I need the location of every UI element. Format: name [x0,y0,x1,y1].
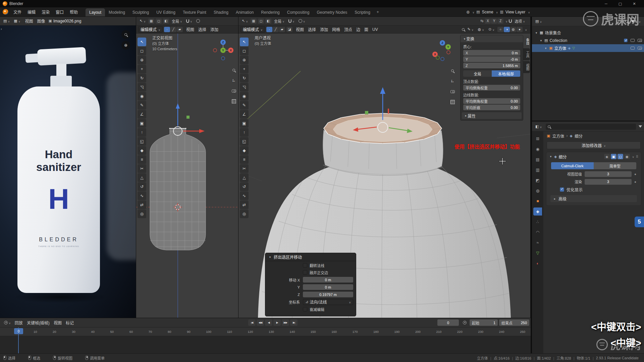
search-icon[interactable] [462,28,465,31]
jump-to-end-button[interactable]: ▶| [290,319,298,326]
knife-tool-icon[interactable]: ✂ [138,164,146,173]
simple-button[interactable]: 简单型 [594,162,636,169]
cursor-tool-icon[interactable]: ⊕ [240,56,249,64]
workspace-tab[interactable]: UV Editing [153,8,179,16]
transform-tool-icon[interactable]: ◉ [240,92,249,101]
scene-browse-icon[interactable]: ◍ [467,10,470,14]
material-tab-icon[interactable]: ◐ [533,259,542,267]
edge-select-mode[interactable]: ╱ [170,27,176,32]
annotate-dropdown[interactable]: ✎ [466,26,475,33]
mode-dropdown[interactable]: 编辑模式 [138,26,163,33]
navigation-gizmo[interactable]: Z Y X [430,40,452,62]
global-button[interactable]: 全局 [463,70,492,77]
camera-toggle-icon[interactable] [638,39,642,42]
options-dropdown[interactable]: 选项 [513,18,526,24]
animate-dot-icon[interactable]: ● [634,180,636,184]
rendered-shading-icon[interactable]: ● [517,27,523,32]
editor-type-icon[interactable]: ▤ [534,18,543,24]
active-tool-icon[interactable]: ↖ [138,18,147,24]
frame-start-field[interactable]: 起始1 [470,319,498,326]
edge-bevel-weight-field[interactable]: 平均倒角权重0.00 [463,98,520,104]
extrude-region-tool-icon[interactable]: ↑ [240,128,249,137]
scene-selector[interactable]: Scene [482,10,493,14]
vertex-bevel-weight-field[interactable]: 平均倒角权重0.00 [463,85,520,90]
workspace-tab[interactable]: Geometry Nodes [313,8,351,16]
spin-tool-icon[interactable]: ↺ [138,182,146,191]
scene-tab-icon[interactable]: ◩ [533,176,542,184]
inset-faces-tool-icon[interactable]: ◱ [138,137,146,146]
world-tab-icon[interactable]: ◍ [533,187,542,195]
workspace-tab[interactable]: Scripting [351,8,374,16]
scale-tool-icon[interactable]: ◹ [138,83,146,92]
on-cage-toggle-icon[interactable]: ◈ [604,154,610,159]
proportional-edit-checkbox[interactable] [303,307,307,311]
n-panel-tab[interactable]: 视图 [523,61,530,73]
bevel-tool-icon[interactable]: ◆ [138,146,146,155]
image-name[interactable]: Image0026.png [53,19,81,23]
cursor-tool-icon[interactable]: ⊕ [138,56,146,64]
xray-toggle[interactable]: ◪ [286,27,292,32]
animate-dot-icon[interactable]: ● [634,172,636,176]
vertex-select-mode[interactable]: ∙ [266,27,272,32]
tool-option-icon[interactable]: ◻ [156,18,162,24]
tweak-tool-icon[interactable]: ↖ [240,38,249,46]
flip-normals-checkbox[interactable] [303,263,307,267]
workspace-tab[interactable]: Rendering [257,8,283,16]
viewport-menu[interactable]: 选择 [196,26,208,32]
poly-build-tool-icon[interactable]: △ [240,173,249,182]
particles-tab-icon[interactable]: ∴ [533,218,542,226]
output-tab-icon[interactable]: ▤ [533,156,542,164]
camera-view-button[interactable] [230,87,237,95]
edge-crease-field[interactable]: 平均折痕0.00 [463,105,520,110]
zoom-overlay-button[interactable] [121,30,130,39]
mode-dropdown[interactable]: 编辑模式 [240,26,265,33]
optimal-display-checkbox[interactable] [560,187,564,192]
workspace-tab[interactable]: Sculpting [129,8,153,16]
edge-slide-tool-icon[interactable]: ⇄ [240,200,249,209]
bevel-tool-icon[interactable]: ◆ [240,146,249,155]
timeline-menu[interactable]: 回放 [13,320,25,325]
dissolve-ortho-checkbox[interactable] [303,270,307,275]
median-y-field[interactable]: Y-0 m [463,56,520,62]
expand-arrow-icon[interactable]: ▾ [539,39,543,42]
breadcrumb-modifier[interactable]: 细分 [575,133,583,139]
physics-tab-icon[interactable]: ◠ [533,228,542,236]
active-tool-icon[interactable]: ↖ [240,18,249,24]
ortho-toggle-button[interactable] [230,98,237,105]
inset-faces-tool-icon[interactable]: ◱ [240,137,249,146]
negative-z-axis-ball[interactable] [440,57,444,61]
mirror-axis-toggle[interactable]: Y [491,18,497,24]
pan-view-button[interactable]: ↔↔ [449,77,456,85]
outliner-row-collection[interactable]: ▾ ▤ Collection [532,37,644,44]
pan-overlay-button[interactable]: ⊕ [121,41,130,50]
x-axis-ball[interactable]: X [228,48,233,53]
knife-tool-icon[interactable]: ✂ [240,164,249,173]
add-cube-tool-icon[interactable]: ▣ [240,119,249,128]
viewport-menu[interactable]: 视图 [294,26,306,32]
move-tool-icon[interactable]: + [138,65,146,73]
transform-orientation-dropdown[interactable]: 全局 [170,18,183,24]
filter-icon[interactable] [639,125,642,128]
negative-x-axis-ball[interactable] [446,50,450,54]
smooth-tool-icon[interactable]: ∿ [240,191,249,200]
timeline-menu[interactable]: 标记 [64,320,76,325]
front-viewport-canvas[interactable]: 正交前视图 (0) 立方体 10 Centimeters [136,34,238,318]
edge-slide-tool-icon[interactable]: ⇄ [138,200,146,209]
rotate-tool-icon[interactable]: ↻ [240,74,249,82]
extrude-region-tool-icon[interactable]: ↑ [138,128,146,137]
operator-panel-header[interactable]: ▾ 挤出选区并移动 [265,253,356,261]
viewport-menu[interactable]: 边 [354,26,362,32]
annotate-tool-icon[interactable]: ✎ [240,101,249,110]
workspace-tab[interactable]: Animation [232,8,257,16]
add-cube-tool-icon[interactable]: ▣ [138,119,146,128]
z-axis-ball[interactable]: Z [220,40,226,45]
transform-panel-header[interactable]: ▾ 变换 [461,35,523,42]
select-box-tool-icon[interactable]: ◻ [240,47,249,55]
tweak-tool-icon[interactable]: ↖ [138,38,146,46]
render-tab-icon[interactable]: ◉ [533,145,542,153]
modifier-tab-icon[interactable]: ◈ [533,207,542,216]
add-modifier-button[interactable]: 添加修改器 [547,141,641,149]
move-y-field[interactable]: 0 m [303,284,353,290]
loop-cut-tool-icon[interactable]: ≡ [138,155,146,164]
workspace-tab[interactable]: Compositing [283,8,313,16]
